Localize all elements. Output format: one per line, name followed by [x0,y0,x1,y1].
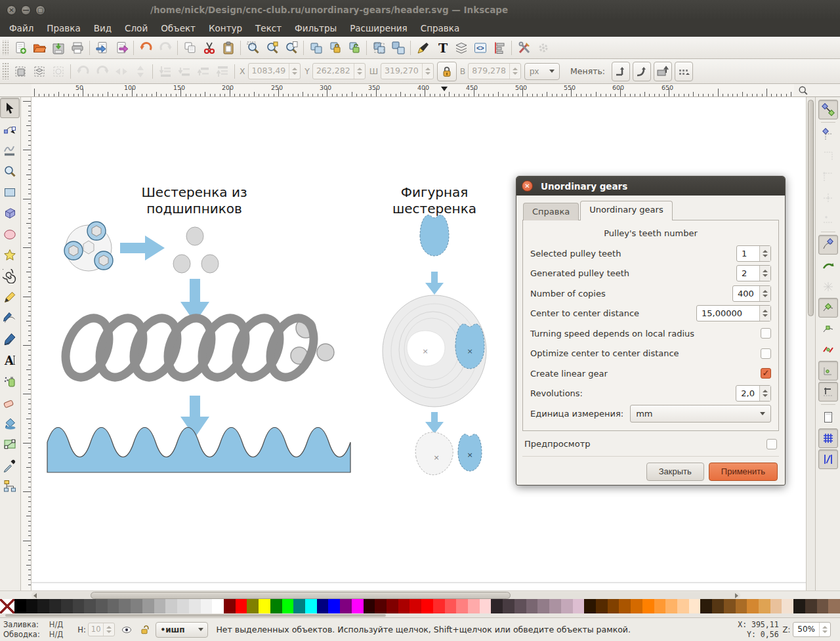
color-swatch[interactable] [514,599,526,613]
color-swatch[interactable] [782,599,793,613]
color-swatch[interactable] [491,599,503,613]
text-dialog-button[interactable]: T [432,38,452,57]
color-swatch[interactable] [328,599,340,613]
zoom-icon[interactable] [798,85,810,96]
color-swatch[interactable] [259,599,270,613]
color-swatch[interactable] [305,599,317,613]
color-swatch[interactable] [456,599,468,613]
color-swatch[interactable] [212,599,224,613]
color-swatch[interactable] [224,599,236,613]
spray-tool-button[interactable] [0,371,20,391]
transform-patterns-toggle[interactable] [675,62,693,81]
color-swatch[interactable] [608,599,620,613]
color-swatch[interactable] [247,599,259,613]
snap-enable-button[interactable] [818,100,838,119]
star-tool-button[interactable] [0,245,20,265]
units-dropdown[interactable]: px [524,63,560,80]
export-button[interactable] [112,38,131,57]
color-swatch[interactable] [282,599,294,613]
zoom-tool-tool-button[interactable] [0,161,20,181]
color-swatch[interactable] [73,599,85,613]
color-swatch[interactable] [793,599,805,613]
window-maximize-icon[interactable]: ▢ [35,5,45,15]
align-dialog-button[interactable] [490,38,509,57]
color-swatch[interactable] [468,599,480,613]
window-minimize-icon[interactable]: — [21,5,31,15]
snap-bounding-box-button[interactable] [818,125,838,145]
color-swatch[interactable] [340,599,352,613]
color-swatch[interactable] [817,599,829,613]
transform-corners-toggle[interactable] [633,62,651,81]
color-swatch[interactable] [654,599,666,613]
color-swatch[interactable] [293,599,305,613]
menu-help[interactable]: Справка [414,20,466,36]
coord-spinbox[interactable]: 319,270 [381,63,434,79]
connector-tool-button[interactable] [0,476,20,496]
color-swatch[interactable] [14,599,26,613]
opacity-spinbox[interactable]: 10 [88,623,116,636]
duplicate-button[interactable] [306,38,326,57]
color-swatch[interactable] [573,599,585,613]
dialog-checkbox[interactable] [761,348,771,359]
color-swatch[interactable] [108,599,119,613]
zoom-spinbox[interactable]: 50% [793,622,831,637]
color-swatch[interactable] [770,599,782,613]
dialog-spinbox[interactable]: 2 [736,265,771,281]
color-swatch[interactable] [177,599,189,613]
snap-cusp-nodes-button[interactable] [818,298,838,318]
color-swatch[interactable] [736,599,747,613]
open-document-button[interactable] [30,38,49,57]
toolbar-grip[interactable] [3,40,9,55]
toolbar-grip[interactable] [3,63,9,80]
undo-button[interactable] [136,38,156,57]
color-swatch[interactable] [759,599,770,613]
color-swatch[interactable] [49,599,61,613]
color-swatch[interactable] [596,599,608,613]
eraser-tool-button[interactable] [0,392,20,412]
selector-tool-button[interactable] [0,98,20,118]
snap-guides-button[interactable] [818,449,838,469]
vertical-scrollbar-thumb[interactable] [808,100,814,316]
color-swatch[interactable] [375,599,387,613]
xml-editor-button[interactable]: <> [471,38,490,57]
color-swatch[interactable] [677,599,689,613]
select-all-layers-button[interactable] [30,62,49,81]
snap-midpoints-button[interactable] [818,340,838,360]
color-swatch[interactable] [689,599,701,613]
menu-filters[interactable]: Фильтры [288,20,343,36]
units-select[interactable]: mm [630,405,771,423]
color-swatch[interactable] [61,599,73,613]
color-swatch[interactable] [642,599,654,613]
color-swatch[interactable] [189,599,201,613]
color-swatch[interactable] [387,599,398,613]
zoom-page-button[interactable] [282,38,301,57]
color-swatch[interactable] [480,599,492,613]
color-swatch[interactable] [201,599,213,613]
snap-nodes-button[interactable] [818,235,838,255]
import-button[interactable] [93,38,112,57]
snap-smooth-nodes-button[interactable] [818,319,838,339]
scroll-right-icon[interactable] [735,593,738,598]
zoom-drawing-button[interactable] [262,38,282,57]
color-swatch[interactable] [584,599,596,613]
new-document-button[interactable] [10,38,30,57]
inkscape-preferences-button[interactable] [514,38,534,57]
color-swatch[interactable] [561,599,573,613]
color-swatch[interactable] [37,599,49,613]
text-tool-tool-button[interactable]: A [0,350,20,370]
color-swatch[interactable] [747,599,759,613]
color-swatch[interactable] [631,599,642,613]
color-swatch[interactable] [421,599,433,613]
transform-gradients-toggle[interactable] [654,62,672,81]
window-close-icon[interactable]: ✕ [7,5,16,15]
color-swatch[interactable] [398,599,410,613]
group-objects-button[interactable] [369,38,388,57]
color-swatch[interactable] [828,599,840,613]
bezier-pen-tool-button[interactable] [0,308,20,328]
menu-layer[interactable]: Слой [118,20,154,36]
spiral-tool-button[interactable] [0,266,20,286]
dialog-spinbox[interactable]: 15,00000 [696,305,771,321]
tweak-tool-button[interactable] [0,140,20,160]
menu-edit[interactable]: Правка [40,20,87,36]
color-swatch[interactable] [26,599,38,613]
